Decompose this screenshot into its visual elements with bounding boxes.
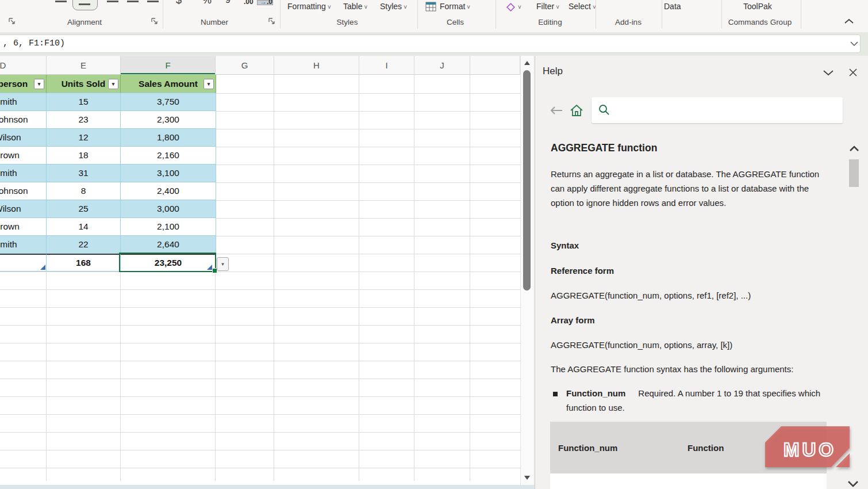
column-header-K[interactable]: K xyxy=(470,56,520,75)
filter-button[interactable]: Filter˅ xyxy=(536,2,559,11)
align-right-icon[interactable] xyxy=(107,1,118,2)
cell-units-sold[interactable]: 31 xyxy=(47,165,121,182)
cell-styles-button[interactable]: Styles˅ xyxy=(380,2,407,11)
pane-options-chevron-icon[interactable] xyxy=(823,70,834,77)
dialog-launcher-icon[interactable] xyxy=(151,17,159,25)
align-center-icon[interactable] xyxy=(72,0,98,10)
cell-sales-amount[interactable]: 2,640 xyxy=(121,236,216,254)
filter-dropdown-icon[interactable]: ▾ xyxy=(108,79,118,89)
cell-sales-amount[interactable]: 2,100 xyxy=(121,218,216,236)
column-header-H[interactable]: H xyxy=(274,56,359,75)
cell-total-sales[interactable]: 23,250 xyxy=(121,254,216,272)
column-header-G[interactable]: G xyxy=(216,56,274,75)
total-row: 168 23,250 xyxy=(0,254,216,272)
wrap-text-icon[interactable] xyxy=(147,1,159,2)
header-cell-units-sold[interactable]: Units Sold ▾ xyxy=(47,75,121,93)
table-row: Wilson253,000 xyxy=(0,200,216,218)
toolpak-button[interactable]: ToolPak xyxy=(743,2,772,11)
gridline xyxy=(359,75,359,481)
scroll-down-icon[interactable] xyxy=(524,476,530,480)
conditional-formatting-button[interactable]: Formatting˅ xyxy=(287,2,331,11)
cell-salesperson[interactable]: Smith xyxy=(0,93,47,111)
cell-units-sold[interactable]: 22 xyxy=(47,236,121,254)
column-header-E[interactable]: E xyxy=(47,56,121,75)
scroll-up-icon[interactable] xyxy=(524,61,530,65)
indent-icon[interactable] xyxy=(127,1,139,2)
clear-diamond-icon[interactable] xyxy=(505,2,516,12)
decrease-decimal-icon[interactable]: →.0 xyxy=(260,0,272,6)
select-button[interactable]: Select˅ xyxy=(569,2,596,11)
quick-analysis-dropdown-button[interactable]: ▾ xyxy=(217,257,229,271)
filter-dropdown-icon[interactable]: ▾ xyxy=(203,79,214,89)
cell-sales-amount[interactable]: 2,160 xyxy=(121,147,216,165)
array-form-heading: Array form xyxy=(551,313,595,327)
cell-units-sold[interactable]: 15 xyxy=(47,93,121,111)
chevron-down-icon[interactable]: ˅ xyxy=(518,4,521,10)
cell-units-sold[interactable]: 8 xyxy=(47,182,121,200)
column-headers: DEFGHIJK xyxy=(0,56,520,75)
horizontal-scrollbar-strip[interactable] xyxy=(0,485,535,489)
format-as-table-button[interactable]: Table˅ xyxy=(343,2,367,11)
cell-salesperson[interactable]: Johnson xyxy=(0,111,47,129)
group-label-cells: Cells xyxy=(447,18,464,26)
expand-formula-bar-icon[interactable] xyxy=(850,41,859,47)
worksheet-grid[interactable]: DEFGHIJK Salesperson ▾ Units Sold ▾ Sale… xyxy=(0,56,520,485)
cell-units-sold[interactable]: 14 xyxy=(47,218,121,236)
help-scroll-down-icon[interactable] xyxy=(847,480,859,487)
group-label-commands-group: Commands Group xyxy=(728,18,792,26)
comma-style-icon[interactable]: 9 xyxy=(225,0,231,5)
cell-salesperson[interactable]: Brown xyxy=(0,147,47,165)
increase-decimal-icon[interactable]: .00 xyxy=(244,0,254,6)
cell-salesperson[interactable]: Wilson xyxy=(0,200,47,218)
table-resize-handle[interactable] xyxy=(40,265,45,270)
ribbon: $ % 9 .00 →.0 Formatting˅ Table˅ Styles˅… xyxy=(0,0,868,33)
close-icon[interactable] xyxy=(848,68,858,77)
currency-format-icon[interactable]: $ xyxy=(176,0,182,6)
dialog-launcher-icon[interactable] xyxy=(8,17,16,25)
cell-sales-amount[interactable]: 3,100 xyxy=(121,165,216,182)
home-icon[interactable] xyxy=(570,104,583,117)
collapse-ribbon-icon[interactable] xyxy=(844,18,854,24)
cell-salesperson[interactable]: Smith xyxy=(0,165,47,182)
cell-sales-amount[interactable]: 3,000 xyxy=(121,200,216,218)
align-left-icon[interactable] xyxy=(55,1,67,2)
article-title: AGGREGATE function xyxy=(551,142,657,154)
help-scrollbar-thumb[interactable] xyxy=(849,159,859,187)
arguments-intro: The AGGREGATE function syntax has the fo… xyxy=(551,362,793,376)
format-button[interactable]: Format˅ xyxy=(440,2,470,11)
group-label-number: Number xyxy=(201,18,228,26)
column-header-D[interactable]: D xyxy=(0,56,47,75)
cell-sales-amount[interactable]: 1,800 xyxy=(121,129,216,147)
cell-sales-amount[interactable]: 3,750 xyxy=(121,93,216,111)
header-cell-sales-amount[interactable]: Sales Amount ▾ xyxy=(121,75,216,93)
header-cell-salesperson[interactable]: Salesperson ▾ xyxy=(0,75,47,93)
dialog-launcher-icon[interactable] xyxy=(268,17,276,25)
help-scroll-up-icon[interactable] xyxy=(849,146,859,152)
help-search-input[interactable] xyxy=(592,97,843,123)
column-header-J[interactable]: J xyxy=(414,56,470,75)
cell-units-sold[interactable]: 18 xyxy=(47,147,121,165)
cell-units-sold[interactable]: 23 xyxy=(47,111,121,129)
cell-units-sold[interactable]: 25 xyxy=(47,200,121,218)
cell-total-units[interactable]: 168 xyxy=(47,254,121,272)
table-row: Johnson82,400 xyxy=(0,182,216,200)
cell-salesperson[interactable]: Brown xyxy=(0,218,47,236)
cell-total-label[interactable] xyxy=(0,254,47,272)
filter-dropdown-icon[interactable]: ▾ xyxy=(34,79,44,89)
formula-bar[interactable]: , 6, F1:F10) xyxy=(0,35,861,53)
cell-salesperson[interactable]: Wilson xyxy=(0,129,47,147)
cell-salesperson[interactable]: Johnson xyxy=(0,182,47,200)
scrollbar-thumb[interactable] xyxy=(523,70,531,291)
data-button[interactable]: Data xyxy=(664,2,681,11)
table-resize-handle[interactable] xyxy=(207,265,212,270)
table-row: Smith222,640 xyxy=(0,236,216,254)
percent-format-icon[interactable]: % xyxy=(202,0,212,6)
cell-salesperson[interactable]: Smith xyxy=(0,236,47,254)
sheet-vertical-scrollbar[interactable] xyxy=(520,56,533,485)
cell-sales-amount[interactable]: 2,300 xyxy=(121,111,216,129)
column-header-I[interactable]: I xyxy=(359,56,414,75)
back-arrow-icon[interactable] xyxy=(550,106,563,115)
cell-sales-amount[interactable]: 2,400 xyxy=(121,182,216,200)
cell-units-sold[interactable]: 12 xyxy=(47,129,121,147)
column-header-F[interactable]: F xyxy=(121,56,216,75)
